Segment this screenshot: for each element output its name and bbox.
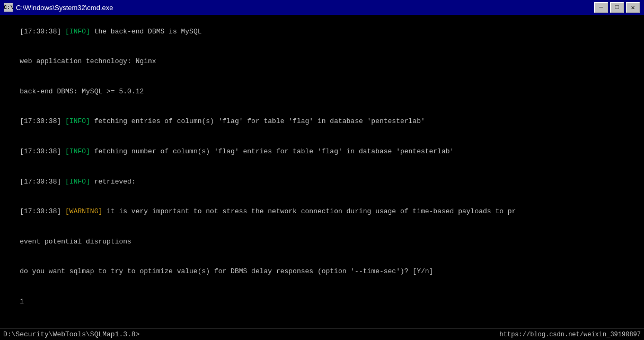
close-button[interactable]: ✕ xyxy=(626,2,640,13)
line-10: 1 xyxy=(3,287,641,317)
line-7: [17:30:38] [WARNING] it is very importan… xyxy=(3,197,641,227)
line-3: back-end DBMS: MySQL >= 5.0.12 xyxy=(3,77,641,107)
line-8: event potential disruptions xyxy=(3,227,641,257)
line-4: [17:30:38] [INFO] fetching entries of co… xyxy=(3,107,641,137)
line-1: [17:30:38] [INFO] the back-end DBMS is M… xyxy=(3,17,641,47)
line-6: [17:30:38] [INFO] retrieved: xyxy=(3,167,641,197)
url-label: https://blog.csdn.net/weixin_39190897 xyxy=(500,331,641,338)
titlebar-left: C:\ C:\Windows\System32\cmd.exe xyxy=(4,3,113,12)
minimize-button[interactable]: — xyxy=(594,2,608,13)
maximize-button[interactable]: □ xyxy=(610,2,624,13)
line-2: web application technology: Nginx xyxy=(3,47,641,77)
terminal-window: [17:30:38] [INFO] the back-end DBMS is M… xyxy=(0,15,644,340)
statusbar: D:\Security\WebTools\SQLMap1.3.8> https:… xyxy=(0,328,644,340)
titlebar-title: C:\Windows\System32\cmd.exe xyxy=(16,4,113,12)
prompt-label: D:\Security\WebTools\SQLMap1.3.8> xyxy=(3,330,139,338)
titlebar: C:\ C:\Windows\System32\cmd.exe — □ ✕ xyxy=(0,0,644,15)
titlebar-controls[interactable]: — □ ✕ xyxy=(594,2,640,13)
line-5: [17:30:38] [INFO] fetching number of col… xyxy=(3,137,641,167)
line-9: do you want sqlmap to try to optimize va… xyxy=(3,257,641,287)
cmd-icon: C:\ xyxy=(4,3,13,12)
